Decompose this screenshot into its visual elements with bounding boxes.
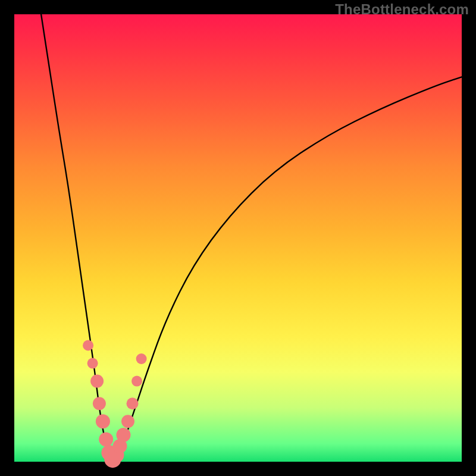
marker-dot: [136, 353, 147, 364]
marker-dots-layer: [83, 340, 147, 468]
marker-dot: [90, 375, 104, 388]
marker-dot: [99, 432, 113, 446]
marker-dot: [131, 376, 142, 387]
marker-dot: [93, 397, 106, 410]
marker-dot: [117, 428, 131, 442]
outer-frame: TheBottleneck.com: [0, 0, 476, 476]
watermark-text: TheBottleneck.com: [335, 1, 469, 18]
bottleneck-curve: [41, 14, 462, 460]
chart-svg: [14, 14, 462, 462]
marker-dot: [83, 340, 93, 351]
marker-dot: [127, 397, 139, 409]
marker-dot: [121, 415, 134, 428]
marker-dot: [96, 414, 110, 428]
curve-layer: [41, 14, 462, 460]
marker-dot: [87, 358, 98, 369]
